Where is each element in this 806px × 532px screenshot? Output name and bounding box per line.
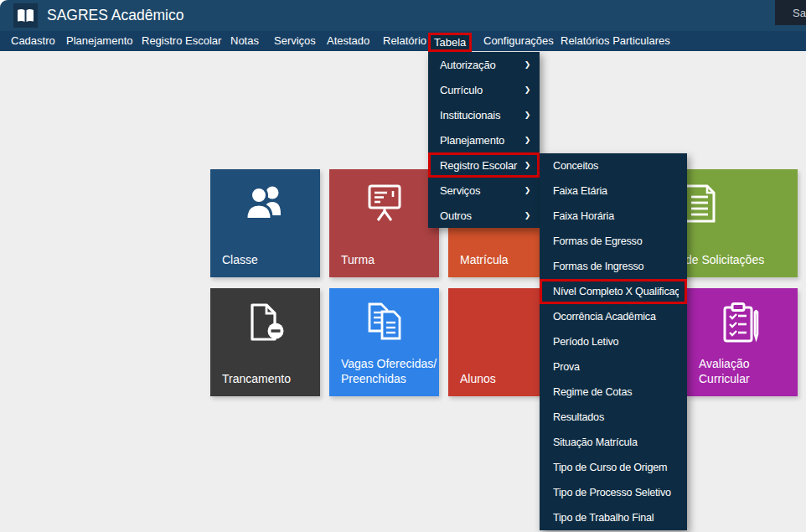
app-surface: SAGRES Acadêmico Sa Cadastro Planejament…	[0, 0, 806, 532]
menubar-item-label: Relatório	[383, 34, 426, 47]
menubar-item[interactable]: Tabela	[428, 33, 472, 52]
dropdown-menu-item[interactable]: Currículo ❯	[428, 77, 540, 102]
tile-label: Matrícula	[460, 252, 509, 267]
submenu-item-label: Faixa Horária	[553, 210, 679, 222]
dropdown-menu-item-label: Outros	[440, 209, 521, 222]
menubar-item-label: Atestado	[327, 34, 369, 47]
dropdown-menu-item-label: Planejamento	[440, 134, 521, 147]
dropdown-menu-item[interactable]: Outros ❯	[428, 203, 540, 228]
dropdown-menu-item[interactable]: Serviços ❯	[428, 178, 540, 203]
submenu-item-label: Período Letivo	[553, 336, 679, 348]
submenu-item-label: Resultados	[553, 411, 679, 423]
submenu-item-label: Tipo de Trabalho Final	[553, 512, 679, 524]
chevron-right-icon: ❯	[524, 211, 530, 220]
menubar-item-label: Tabela	[434, 36, 466, 49]
main-menubar: Cadastro Planejamento Registro Escolar N…	[0, 31, 806, 51]
menubar-item-label: Registro Escolar	[142, 34, 221, 47]
submenu-item-label: Faixa Etária	[553, 185, 679, 197]
submenu-item-label: Formas de Egresso	[553, 235, 679, 247]
app-window: SAGRES Acadêmico Sa Cadastro Planejament…	[0, 0, 806, 532]
dropdown-menu-item-label: Currículo	[440, 84, 521, 96]
tile-label: Turma	[341, 252, 375, 267]
submenu-item[interactable]: Formas de Ingresso	[540, 254, 687, 279]
tile-classe[interactable]: Classe	[210, 169, 320, 277]
submenu-item[interactable]: Tipo de Processo Seletivo	[540, 480, 687, 505]
submenu-item-label: Nível Completo X Qualificação	[553, 286, 679, 297]
dropdown-menu-item-label: Institucionais	[440, 109, 521, 121]
tile-avaliacao[interactable]: Avaliação Curricular	[687, 288, 798, 396]
page-title: SAGRES Acadêmico	[47, 0, 183, 31]
submenu-item[interactable]: Tipo de Trabalho Final	[540, 505, 687, 530]
chevron-right-icon: ❯	[524, 186, 530, 194]
dropdown-menu-item[interactable]: Registro Escolar ❯	[428, 152, 540, 178]
submenu-item-label: Ocorrência Acadêmica	[553, 311, 679, 323]
submenu-item[interactable]: Regime de Cotas	[540, 380, 687, 405]
tile-label: Vagas Oferecidas/	[341, 356, 437, 371]
chevron-right-icon: ❯	[524, 111, 530, 119]
tile-label: Classe	[222, 252, 258, 267]
tile-label: Avaliação	[699, 356, 749, 371]
tile-label: Alunos	[460, 371, 496, 386]
submenu-item-label: Conceitos	[553, 160, 679, 172]
chevron-right-icon: ❯	[524, 161, 530, 169]
submenu-item[interactable]: Ocorrência Acadêmica	[540, 304, 687, 329]
menubar-item-label: Serviços	[274, 34, 316, 47]
menubar-item-label: Notas	[230, 34, 259, 47]
tabela-dropdown-menu: Autorização ❯ Currículo ❯ Institucionais…	[428, 52, 540, 228]
tile-vagas[interactable]: Vagas Oferecidas/ Preenchidas	[329, 288, 439, 396]
top-right-button[interactable]: Sa	[775, 0, 806, 25]
title-bar: SAGRES Acadêmico	[0, 0, 806, 31]
open-book-icon	[17, 8, 34, 23]
documents-icon	[363, 302, 406, 341]
dropdown-menu-item[interactable]: Autorização ❯	[428, 52, 540, 77]
tile-label: de Solicitações	[685, 252, 764, 267]
menubar-item-label: Cadastro	[11, 34, 55, 47]
submenu-item[interactable]: Tipo de Curso de Origem	[540, 455, 687, 480]
submenu-item-label: Situação Matrícula	[553, 436, 679, 448]
menubar-item[interactable]: Relatório	[380, 31, 429, 51]
chevron-right-icon: ❯	[524, 60, 530, 69]
presentation-board-icon	[364, 183, 406, 223]
tile-trancamento[interactable]: Trancamento	[210, 288, 320, 396]
chevron-right-icon: ❯	[524, 85, 530, 94]
menubar-item-label: Configurações	[483, 34, 554, 47]
submenu-item[interactable]: Período Letivo	[540, 329, 687, 354]
submenu-item[interactable]: Faixa Etária	[540, 178, 687, 204]
menubar-item-label: Relatórios Particulares	[561, 34, 670, 47]
menubar-item[interactable]: Cadastro	[8, 31, 58, 51]
menubar-item[interactable]: Serviços	[271, 31, 318, 51]
submenu-item[interactable]: Conceitos	[540, 153, 687, 178]
dropdown-menu-item-label: Serviços	[440, 184, 521, 197]
dropdown-menu-item-label: Registro Escolar	[440, 159, 521, 172]
people-icon	[245, 183, 287, 220]
chevron-right-icon: ❯	[524, 136, 530, 144]
submenu-item[interactable]: Faixa Horária	[540, 204, 687, 229]
tile-label: Curricular	[699, 371, 750, 386]
tile-turma[interactable]: Turma	[329, 169, 439, 277]
submenu-item[interactable]: Resultados	[540, 405, 687, 430]
submenu-item-label: Regime de Cotas	[553, 386, 679, 398]
submenu-item-label: Formas de Ingresso	[553, 261, 679, 272]
clipboard-pen-icon	[721, 302, 764, 343]
submenu-item-label: Prova	[553, 361, 679, 373]
submenu-item[interactable]: Formas de Egresso	[540, 229, 687, 254]
submenu-item-label: Tipo de Processo Seletivo	[553, 487, 679, 498]
submenu-item-label: Tipo de Curso de Origem	[553, 462, 679, 473]
tile-label: Preenchidas	[341, 371, 406, 386]
menubar-item[interactable]: Atestado	[324, 31, 372, 51]
menubar-item[interactable]: Relatórios Particulares	[558, 31, 673, 51]
document-minus-icon	[244, 302, 287, 343]
dropdown-menu-item[interactable]: Institucionais ❯	[428, 102, 540, 127]
menubar-item[interactable]: Planejamento	[64, 31, 136, 51]
submenu-item[interactable]: Prova	[540, 354, 687, 380]
dropdown-menu-item[interactable]: Planejamento ❯	[428, 127, 540, 152]
submenu-item[interactable]: Situação Matrícula	[540, 430, 687, 455]
tile-label: Trancamento	[222, 371, 291, 386]
dropdown-menu-item-label: Autorização	[440, 59, 521, 71]
menubar-item[interactable]: Notas	[228, 31, 261, 51]
menubar-item[interactable]: Registro Escolar	[139, 31, 224, 51]
submenu-item[interactable]: Nível Completo X Qualificação	[540, 279, 687, 304]
registro-escolar-submenu: Conceitos Faixa Etária Faixa Horária For…	[540, 153, 687, 530]
menubar-item-label: Planejamento	[66, 34, 133, 47]
menubar-item[interactable]: Configurações	[481, 31, 556, 51]
